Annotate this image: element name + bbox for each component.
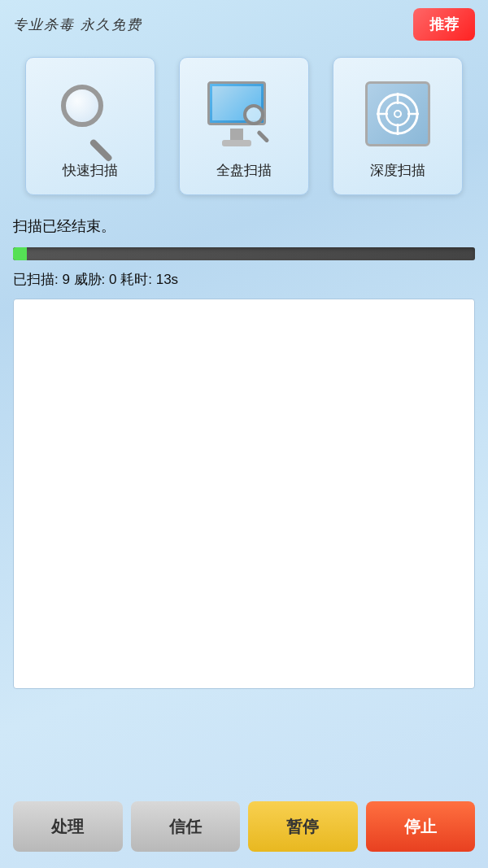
magnifier-handle xyxy=(89,138,113,163)
svg-point-1 xyxy=(386,103,409,125)
recommend-button[interactable]: 推荐 xyxy=(413,8,475,41)
crosshair-svg xyxy=(373,89,422,138)
stats-row: 已扫描: 9 威胁: 0 耗时: 13s xyxy=(0,265,488,294)
deep-scan-icon-area xyxy=(357,73,438,155)
progress-section xyxy=(0,239,488,265)
magnifier-glass xyxy=(61,85,103,127)
mini-magnifier-handle xyxy=(256,129,269,142)
pause-button[interactable]: 暂停 xyxy=(248,801,358,852)
deep-scan-button[interactable]: 深度扫描 xyxy=(333,57,463,195)
mini-magnifier-circle xyxy=(243,104,264,125)
svg-point-2 xyxy=(394,111,401,117)
progress-bar-inner xyxy=(13,247,27,260)
full-scan-label: 全盘扫描 xyxy=(216,161,272,180)
deep-scan-label: 深度扫描 xyxy=(370,161,425,180)
top-bar: 专业杀毒 永久免费 推荐 xyxy=(0,0,488,49)
status-section: 扫描已经结束。 xyxy=(0,208,488,239)
monitor-base xyxy=(222,140,251,146)
stop-button[interactable]: 停止 xyxy=(366,801,476,852)
app-title: 专业杀毒 永久免费 xyxy=(13,15,142,34)
quick-scan-icon-area xyxy=(50,73,131,155)
monitor-magnifier-icon xyxy=(207,81,281,146)
full-scan-button[interactable]: 全盘扫描 xyxy=(179,57,309,195)
trust-button[interactable]: 信任 xyxy=(131,801,241,852)
status-message: 扫描已经结束。 xyxy=(13,218,115,234)
progress-bar-outer xyxy=(13,247,475,260)
log-area xyxy=(13,299,475,689)
quick-scan-button[interactable]: 快速扫描 xyxy=(25,57,155,195)
handle-button[interactable]: 处理 xyxy=(13,801,123,852)
scan-options-row: 快速扫描 全盘扫描 xyxy=(0,49,488,208)
mini-magnifier xyxy=(243,104,272,133)
full-scan-icon-area xyxy=(203,73,285,155)
bottom-buttons: 处理 信任 暂停 停止 xyxy=(0,792,488,868)
quick-scan-label: 快速扫描 xyxy=(63,161,118,180)
target-icon xyxy=(365,81,430,146)
monitor-stand xyxy=(230,129,243,140)
stats-label: 已扫描: 9 威胁: 0 耗时: 13s xyxy=(13,272,178,287)
magnifier-icon xyxy=(58,81,123,146)
